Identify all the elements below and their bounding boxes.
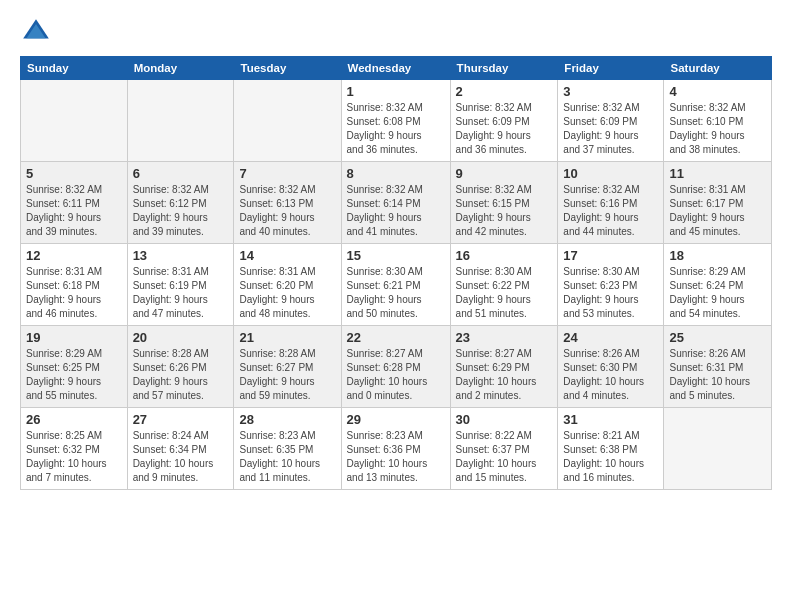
calendar-header-saturday: Saturday [664, 57, 772, 80]
page: SundayMondayTuesdayWednesdayThursdayFrid… [0, 0, 792, 612]
day-info: Sunrise: 8:29 AM Sunset: 6:24 PM Dayligh… [669, 265, 766, 321]
calendar-day-cell: 28Sunrise: 8:23 AM Sunset: 6:35 PM Dayli… [234, 408, 341, 490]
calendar-day-cell: 4Sunrise: 8:32 AM Sunset: 6:10 PM Daylig… [664, 80, 772, 162]
logo-icon [20, 16, 52, 48]
calendar-day-cell: 15Sunrise: 8:30 AM Sunset: 6:21 PM Dayli… [341, 244, 450, 326]
day-info: Sunrise: 8:32 AM Sunset: 6:12 PM Dayligh… [133, 183, 229, 239]
day-number: 28 [239, 412, 335, 427]
calendar-day-cell: 24Sunrise: 8:26 AM Sunset: 6:30 PM Dayli… [558, 326, 664, 408]
day-info: Sunrise: 8:32 AM Sunset: 6:13 PM Dayligh… [239, 183, 335, 239]
day-number: 21 [239, 330, 335, 345]
calendar-day-cell: 9Sunrise: 8:32 AM Sunset: 6:15 PM Daylig… [450, 162, 558, 244]
calendar-day-cell: 10Sunrise: 8:32 AM Sunset: 6:16 PM Dayli… [558, 162, 664, 244]
calendar-header-row: SundayMondayTuesdayWednesdayThursdayFrid… [21, 57, 772, 80]
day-info: Sunrise: 8:32 AM Sunset: 6:09 PM Dayligh… [563, 101, 658, 157]
day-info: Sunrise: 8:24 AM Sunset: 6:34 PM Dayligh… [133, 429, 229, 485]
day-info: Sunrise: 8:27 AM Sunset: 6:28 PM Dayligh… [347, 347, 445, 403]
calendar-day-cell: 20Sunrise: 8:28 AM Sunset: 6:26 PM Dayli… [127, 326, 234, 408]
day-info: Sunrise: 8:32 AM Sunset: 6:16 PM Dayligh… [563, 183, 658, 239]
day-info: Sunrise: 8:21 AM Sunset: 6:38 PM Dayligh… [563, 429, 658, 485]
day-number: 5 [26, 166, 122, 181]
day-number: 17 [563, 248, 658, 263]
day-number: 3 [563, 84, 658, 99]
calendar-day-cell: 3Sunrise: 8:32 AM Sunset: 6:09 PM Daylig… [558, 80, 664, 162]
header [20, 16, 772, 48]
calendar-day-cell: 2Sunrise: 8:32 AM Sunset: 6:09 PM Daylig… [450, 80, 558, 162]
day-number: 11 [669, 166, 766, 181]
calendar-week-row: 12Sunrise: 8:31 AM Sunset: 6:18 PM Dayli… [21, 244, 772, 326]
calendar-header-wednesday: Wednesday [341, 57, 450, 80]
day-number: 6 [133, 166, 229, 181]
day-info: Sunrise: 8:23 AM Sunset: 6:36 PM Dayligh… [347, 429, 445, 485]
day-info: Sunrise: 8:28 AM Sunset: 6:26 PM Dayligh… [133, 347, 229, 403]
day-number: 25 [669, 330, 766, 345]
day-info: Sunrise: 8:32 AM Sunset: 6:10 PM Dayligh… [669, 101, 766, 157]
day-info: Sunrise: 8:30 AM Sunset: 6:22 PM Dayligh… [456, 265, 553, 321]
day-number: 29 [347, 412, 445, 427]
day-number: 12 [26, 248, 122, 263]
calendar-day-cell: 16Sunrise: 8:30 AM Sunset: 6:22 PM Dayli… [450, 244, 558, 326]
calendar-day-cell: 22Sunrise: 8:27 AM Sunset: 6:28 PM Dayli… [341, 326, 450, 408]
calendar-day-cell: 30Sunrise: 8:22 AM Sunset: 6:37 PM Dayli… [450, 408, 558, 490]
day-number: 16 [456, 248, 553, 263]
day-number: 15 [347, 248, 445, 263]
calendar-header-friday: Friday [558, 57, 664, 80]
day-number: 8 [347, 166, 445, 181]
day-number: 10 [563, 166, 658, 181]
day-number: 31 [563, 412, 658, 427]
calendar-week-row: 5Sunrise: 8:32 AM Sunset: 6:11 PM Daylig… [21, 162, 772, 244]
calendar-day-cell [234, 80, 341, 162]
day-info: Sunrise: 8:31 AM Sunset: 6:18 PM Dayligh… [26, 265, 122, 321]
day-info: Sunrise: 8:32 AM Sunset: 6:08 PM Dayligh… [347, 101, 445, 157]
day-number: 30 [456, 412, 553, 427]
calendar-day-cell: 1Sunrise: 8:32 AM Sunset: 6:08 PM Daylig… [341, 80, 450, 162]
calendar-day-cell: 14Sunrise: 8:31 AM Sunset: 6:20 PM Dayli… [234, 244, 341, 326]
day-number: 24 [563, 330, 658, 345]
day-info: Sunrise: 8:31 AM Sunset: 6:17 PM Dayligh… [669, 183, 766, 239]
calendar-day-cell: 23Sunrise: 8:27 AM Sunset: 6:29 PM Dayli… [450, 326, 558, 408]
day-info: Sunrise: 8:32 AM Sunset: 6:11 PM Dayligh… [26, 183, 122, 239]
day-info: Sunrise: 8:32 AM Sunset: 6:14 PM Dayligh… [347, 183, 445, 239]
day-number: 27 [133, 412, 229, 427]
day-number: 19 [26, 330, 122, 345]
day-number: 2 [456, 84, 553, 99]
calendar-day-cell: 21Sunrise: 8:28 AM Sunset: 6:27 PM Dayli… [234, 326, 341, 408]
calendar-day-cell: 19Sunrise: 8:29 AM Sunset: 6:25 PM Dayli… [21, 326, 128, 408]
calendar-week-row: 26Sunrise: 8:25 AM Sunset: 6:32 PM Dayli… [21, 408, 772, 490]
calendar-day-cell [664, 408, 772, 490]
calendar-header-monday: Monday [127, 57, 234, 80]
calendar-table: SundayMondayTuesdayWednesdayThursdayFrid… [20, 56, 772, 490]
calendar-header-thursday: Thursday [450, 57, 558, 80]
calendar-day-cell: 25Sunrise: 8:26 AM Sunset: 6:31 PM Dayli… [664, 326, 772, 408]
day-number: 22 [347, 330, 445, 345]
day-info: Sunrise: 8:25 AM Sunset: 6:32 PM Dayligh… [26, 429, 122, 485]
calendar-day-cell: 12Sunrise: 8:31 AM Sunset: 6:18 PM Dayli… [21, 244, 128, 326]
day-number: 13 [133, 248, 229, 263]
calendar-day-cell: 11Sunrise: 8:31 AM Sunset: 6:17 PM Dayli… [664, 162, 772, 244]
day-number: 18 [669, 248, 766, 263]
day-info: Sunrise: 8:26 AM Sunset: 6:31 PM Dayligh… [669, 347, 766, 403]
day-info: Sunrise: 8:30 AM Sunset: 6:23 PM Dayligh… [563, 265, 658, 321]
day-number: 23 [456, 330, 553, 345]
day-number: 9 [456, 166, 553, 181]
day-info: Sunrise: 8:22 AM Sunset: 6:37 PM Dayligh… [456, 429, 553, 485]
calendar-day-cell: 13Sunrise: 8:31 AM Sunset: 6:19 PM Dayli… [127, 244, 234, 326]
calendar-day-cell: 6Sunrise: 8:32 AM Sunset: 6:12 PM Daylig… [127, 162, 234, 244]
day-info: Sunrise: 8:27 AM Sunset: 6:29 PM Dayligh… [456, 347, 553, 403]
day-number: 1 [347, 84, 445, 99]
day-info: Sunrise: 8:28 AM Sunset: 6:27 PM Dayligh… [239, 347, 335, 403]
day-info: Sunrise: 8:26 AM Sunset: 6:30 PM Dayligh… [563, 347, 658, 403]
calendar-day-cell: 8Sunrise: 8:32 AM Sunset: 6:14 PM Daylig… [341, 162, 450, 244]
logo [20, 16, 56, 48]
calendar-header-tuesday: Tuesday [234, 57, 341, 80]
day-number: 7 [239, 166, 335, 181]
calendar-day-cell: 29Sunrise: 8:23 AM Sunset: 6:36 PM Dayli… [341, 408, 450, 490]
day-info: Sunrise: 8:31 AM Sunset: 6:19 PM Dayligh… [133, 265, 229, 321]
calendar-day-cell: 18Sunrise: 8:29 AM Sunset: 6:24 PM Dayli… [664, 244, 772, 326]
calendar-day-cell: 27Sunrise: 8:24 AM Sunset: 6:34 PM Dayli… [127, 408, 234, 490]
day-number: 4 [669, 84, 766, 99]
calendar-day-cell: 17Sunrise: 8:30 AM Sunset: 6:23 PM Dayli… [558, 244, 664, 326]
day-number: 14 [239, 248, 335, 263]
calendar-week-row: 19Sunrise: 8:29 AM Sunset: 6:25 PM Dayli… [21, 326, 772, 408]
calendar-day-cell [127, 80, 234, 162]
